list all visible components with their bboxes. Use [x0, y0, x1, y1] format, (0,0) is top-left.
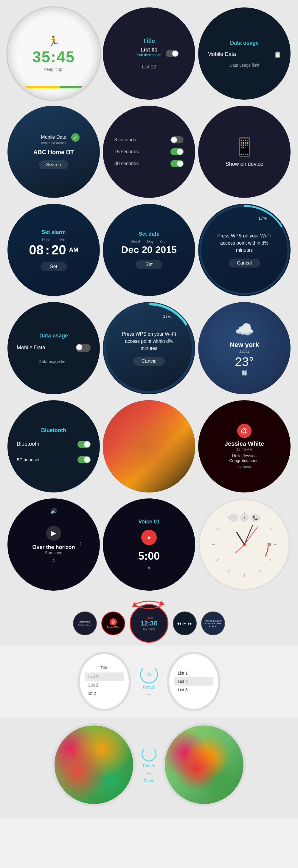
- du2-limit: Data usage limit: [39, 359, 69, 364]
- watch-weather: ☁️ New york 12:32 23° 🔄: [198, 302, 291, 394]
- diagram-watch-right: List 1 List 2 List 3: [167, 652, 220, 711]
- watch-bluetooth: Bluetooth Bluetooth BT headset: [7, 400, 100, 493]
- wps1-percent: 17%: [259, 216, 267, 220]
- mus-more-icon[interactable]: ⋮: [78, 541, 83, 548]
- zoom-label-text: Zoom: [144, 778, 154, 783]
- list-sub: Sub description: [137, 53, 162, 57]
- mini-main-time: 12:36: [141, 620, 157, 627]
- mus-chevron-up-icon[interactable]: ∧: [52, 558, 55, 563]
- show-label: Show on device: [225, 161, 263, 167]
- watch-analog-clock: − + 📞 28: [198, 498, 291, 591]
- mob-search-btn[interactable]: Search: [39, 160, 69, 169]
- al-title: Set alarm: [42, 229, 65, 236]
- mini-main-label: 18000: [145, 617, 153, 620]
- dt-title: Set date: [139, 231, 159, 237]
- svg-point-20: [243, 543, 246, 546]
- v-record-btn[interactable]: ●: [141, 530, 157, 545]
- clock-day: 28: [266, 542, 271, 547]
- mini-voicemail-text: Voicemail [N]: [78, 620, 92, 623]
- v-title: Voice 01: [138, 519, 160, 525]
- watch-set-alarm: Set alarm Hour Min 08 : 20 AM Set: [7, 204, 100, 296]
- watch-selector-section: Voicemail [N] On Your Inter... @ Jessica…: [0, 595, 298, 646]
- bt-headset-toggle[interactable]: [78, 456, 90, 463]
- weather-refresh-icon[interactable]: 🔄: [241, 370, 247, 376]
- mini-watch-weather-small[interactable]: There's an alert: 0.32 of total flows...…: [201, 612, 225, 635]
- diag-right-item3: List 3: [174, 686, 213, 694]
- al-set-btn[interactable]: Set: [40, 262, 67, 271]
- page-container: 🏃 35:45 Keep it up! Title List 01 Sub de…: [0, 0, 298, 818]
- dt-day: 20: [142, 244, 153, 255]
- watch-wps-1: 17% Press WPS on your Wi-Fi access point…: [198, 204, 291, 296]
- toggle-8s[interactable]: [170, 136, 184, 144]
- dt-set-btn[interactable]: Set: [136, 260, 162, 269]
- bt-main-label: Bluetooth: [17, 441, 39, 447]
- rotate-circle-icon: ↻: [140, 665, 158, 683]
- watch-mobile-data: ✓ Mobile Data Available device ABC Home …: [7, 106, 100, 198]
- wps2-progress-arc: [103, 302, 195, 394]
- weather-city: New york: [230, 341, 259, 349]
- year-label: Year: [159, 240, 167, 244]
- wps-progress-arc: [198, 204, 291, 296]
- toggle-30s[interactable]: [170, 160, 184, 167]
- watch-data-usage: Data usage Mobile Data 📋 Data usage limi…: [198, 7, 291, 100]
- bt-row: Bluetooth: [17, 441, 90, 448]
- v-time-display: 5:00: [138, 550, 160, 562]
- rotate-arrows: [130, 598, 168, 610]
- du-limit: Data usage limit: [229, 63, 259, 67]
- svg-line-16: [237, 533, 244, 545]
- svg-line-19: [236, 545, 244, 553]
- mini-watch-jessica[interactable]: @ Jessica White: [101, 612, 125, 635]
- dt-month: Dec: [121, 244, 139, 255]
- du-title: Data usage: [230, 40, 259, 46]
- notif-at-icon: @: [237, 424, 251, 438]
- clock-minus-btn[interactable]: −: [229, 514, 238, 522]
- day-label: Day: [147, 240, 154, 244]
- rotate-arrow-icon: →: [146, 691, 152, 698]
- mini-voicemail-sub: On Your Inter...: [78, 623, 93, 627]
- svg-line-6: [270, 528, 272, 530]
- svg-line-12: [216, 559, 219, 561]
- al-ampm: AM: [69, 246, 78, 253]
- weather-cloud-icon: ☁️: [235, 320, 254, 339]
- flower-bg-right: [165, 725, 243, 804]
- mini-jessica-at: @: [110, 618, 117, 625]
- diag-right-item1: List 1: [174, 669, 213, 677]
- bt-headset-label: BT headset: [17, 457, 39, 462]
- weather-time: 12:32: [239, 349, 249, 353]
- rotate-text: Rotate: [143, 685, 155, 689]
- du-label: Mobile Data: [208, 51, 236, 57]
- diagram-watch-left: Title List 1 List 2 ist 2: [78, 652, 131, 711]
- hour-label: Hour: [42, 238, 50, 242]
- notif-message: Hello,Jessica Congratulations!: [229, 454, 260, 463]
- notif-more: +7 more: [237, 465, 251, 469]
- mini-watch-voicemail[interactable]: Voicemail [N] On Your Inter...: [73, 612, 97, 635]
- zoom-label: Rotate → Zoom: [141, 747, 157, 783]
- toggle-15s[interactable]: [170, 148, 184, 155]
- row-5: Bluetooth Bluetooth BT headset nnnn/nnnn…: [0, 399, 298, 494]
- du2-label: Mobile Data: [17, 345, 45, 351]
- al-time: 08 : 20 AM: [29, 243, 78, 257]
- clock-controls: − + 📞: [229, 514, 259, 522]
- bt-toggle[interactable]: [78, 441, 90, 448]
- watch-music: 🔊 ⋮ ▶ Over the horizon Samsung ∧: [7, 498, 100, 591]
- clock-phone-btn[interactable]: 📞: [251, 514, 259, 522]
- weather-temp: 23°: [235, 355, 254, 369]
- mob-bt-device: ABC Home BT: [33, 149, 74, 156]
- list-item-2: List 02: [142, 64, 156, 70]
- notif-time: 12:45 AM: [236, 447, 253, 452]
- sec-label-30: 30 seconds: [114, 161, 139, 166]
- mini-weather-text: There's an alert: 0.32 of total flows...…: [202, 619, 224, 628]
- du2-toggle[interactable]: [76, 344, 90, 352]
- mini-main-date: ML Hours: [143, 627, 155, 630]
- list-toggle[interactable]: [166, 50, 179, 57]
- v-chevron-up-icon[interactable]: ∧: [147, 565, 151, 570]
- watch-set-date: Set date Month Day Year Dec 20 2015 Set: [103, 204, 195, 296]
- mus-play-btn[interactable]: ▶: [46, 526, 61, 541]
- diag-right-item2: List 2: [174, 677, 213, 686]
- step-icon: 🏃: [48, 35, 60, 47]
- watch-photo: nnnn/nnnn: [103, 400, 195, 493]
- row-3: Set alarm Hour Min 08 : 20 AM Set Set da…: [0, 203, 298, 298]
- mini-watch-media[interactable]: ⏮ ▶ ⏭: [173, 612, 197, 635]
- mus-artist: Samsung: [45, 551, 62, 555]
- clock-plus-btn[interactable]: +: [240, 514, 248, 522]
